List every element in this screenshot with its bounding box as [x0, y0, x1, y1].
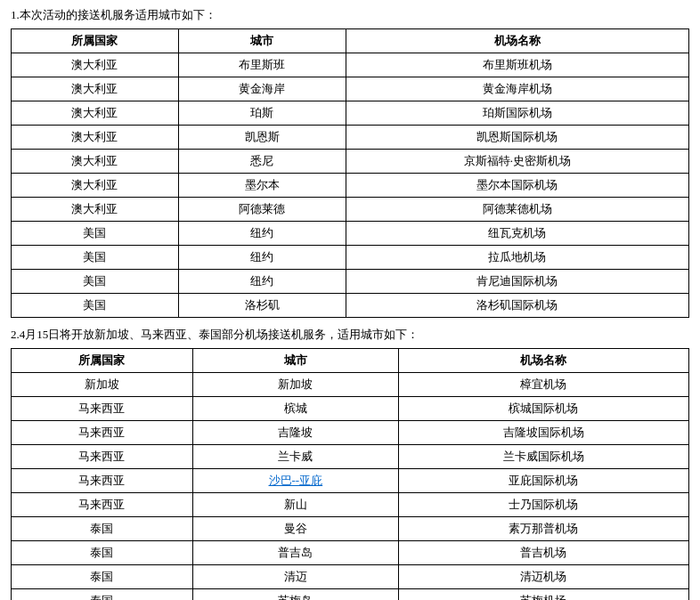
table-cell: 素万那普机场 — [398, 517, 688, 541]
table-cell: 澳大利亚 — [12, 198, 179, 222]
table-cell: 马来西亚 — [12, 421, 193, 445]
table-cell: 马来西亚 — [12, 493, 193, 517]
table-cell: 纽瓦克机场 — [346, 222, 688, 246]
city-link[interactable]: 沙巴--亚庇 — [269, 474, 323, 487]
table-cell: 珀斯 — [178, 101, 346, 126]
table-cell: 肯尼迪国际机场 — [346, 270, 688, 294]
section1-col-city: 城市 — [178, 29, 346, 53]
table-cell: 澳大利亚 — [12, 77, 179, 101]
table-cell: 槟城国际机场 — [398, 397, 688, 421]
table-cell: 马来西亚 — [12, 469, 193, 493]
table-cell: 黄金海岸机场 — [346, 77, 688, 101]
section2-col-city: 城市 — [192, 349, 398, 373]
section1-table: 所属国家 城市 机场名称 澳大利亚布里斯班布里斯班机场澳大利亚黄金海岸黄金海岸机… — [11, 28, 689, 318]
table-cell: 澳大利亚 — [12, 101, 179, 126]
table-cell: 清迈机场 — [398, 565, 688, 589]
table-cell: 美国 — [12, 294, 179, 318]
table-cell: 马来西亚 — [12, 445, 193, 469]
table-cell: 曼谷 — [192, 517, 398, 541]
table-cell: 布里斯班 — [178, 53, 346, 77]
table-cell: 纽约 — [178, 270, 346, 294]
table-cell: 吉隆坡国际机场 — [398, 421, 688, 445]
table-cell: 新山 — [192, 493, 398, 517]
table-cell: 新加坡 — [12, 373, 193, 397]
table-cell: 普吉岛 — [192, 541, 398, 565]
table-cell: 澳大利亚 — [12, 126, 179, 150]
table-cell: 泰国 — [12, 541, 193, 565]
table-cell: 澳大利亚 — [12, 53, 179, 77]
section1-title: 1.本次活动的接送机服务适用城市如下： — [11, 7, 689, 23]
table-cell: 新加坡 — [192, 373, 398, 397]
section2-col-airport: 机场名称 — [398, 349, 688, 373]
table-cell: 泰国 — [12, 565, 193, 589]
table-cell: 美国 — [12, 270, 179, 294]
table-cell: 凯恩斯 — [178, 126, 346, 150]
table-cell[interactable]: 沙巴--亚庇 — [192, 469, 398, 493]
table-cell: 兰卡威 — [192, 445, 398, 469]
table-cell: 阿德莱德 — [178, 198, 346, 222]
table-cell: 拉瓜地机场 — [346, 246, 688, 270]
table-cell: 珀斯国际机场 — [346, 101, 688, 126]
table-cell: 纽约 — [178, 246, 346, 270]
table-cell: 泰国 — [12, 517, 193, 541]
table-cell: 黄金海岸 — [178, 77, 346, 101]
table-cell: 士乃国际机场 — [398, 493, 688, 517]
table-cell: 悉尼 — [178, 150, 346, 174]
table-cell: 樟宜机场 — [398, 373, 688, 397]
table-cell: 洛杉矶国际机场 — [346, 294, 688, 318]
table-cell: 苏梅岛 — [192, 589, 398, 601]
table-cell: 马来西亚 — [12, 397, 193, 421]
table-cell: 凯恩斯国际机场 — [346, 126, 688, 150]
table-cell: 美国 — [12, 246, 179, 270]
table-cell: 普吉机场 — [398, 541, 688, 565]
table-cell: 纽约 — [178, 222, 346, 246]
table-cell: 兰卡威国际机场 — [398, 445, 688, 469]
section1-col-country: 所属国家 — [12, 29, 179, 53]
table-cell: 清迈 — [192, 565, 398, 589]
table-cell: 美国 — [12, 222, 179, 246]
table-cell: 槟城 — [192, 397, 398, 421]
table-cell: 亚庇国际机场 — [398, 469, 688, 493]
section1-col-airport: 机场名称 — [346, 29, 688, 53]
table-cell: 阿德莱德机场 — [346, 198, 688, 222]
table-cell: 苏梅机场 — [398, 589, 688, 601]
section2-col-country: 所属国家 — [12, 349, 193, 373]
table-cell: 澳大利亚 — [12, 174, 179, 198]
section2-title: 2.4月15日将开放新加坡、马来西亚、泰国部分机场接送机服务，适用城市如下： — [11, 327, 689, 343]
table-cell: 洛杉矶 — [178, 294, 346, 318]
table-cell: 吉隆坡 — [192, 421, 398, 445]
table-cell: 布里斯班机场 — [346, 53, 688, 77]
table-cell: 泰国 — [12, 589, 193, 601]
table-cell: 澳大利亚 — [12, 150, 179, 174]
table-cell: 墨尔本 — [178, 174, 346, 198]
table-cell: 墨尔本国际机场 — [346, 174, 688, 198]
table-cell: 京斯福特·史密斯机场 — [346, 150, 688, 174]
section2-table: 所属国家 城市 机场名称 新加坡新加坡樟宜机场马来西亚槟城槟城国际机场马来西亚吉… — [11, 348, 689, 600]
